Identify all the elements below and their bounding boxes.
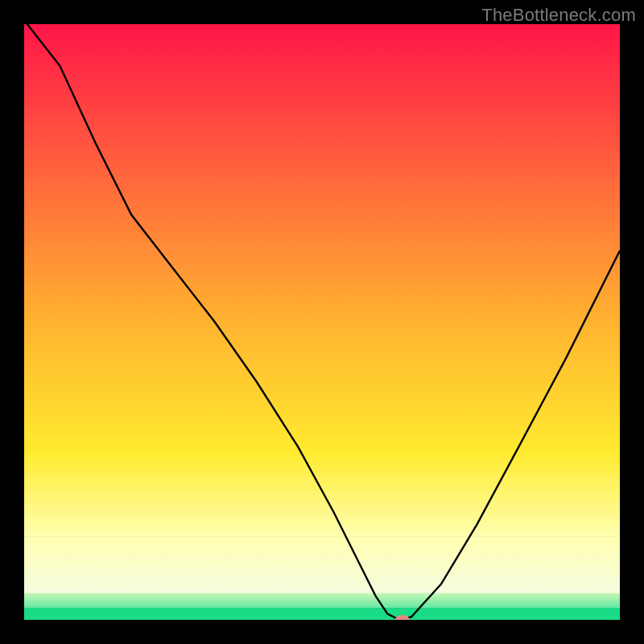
margin-right bbox=[620, 0, 644, 644]
gradient-band bbox=[24, 536, 620, 593]
bottleneck-chart: TheBottleneck.com bbox=[0, 0, 644, 644]
margin-bottom bbox=[0, 620, 644, 644]
chart-svg bbox=[0, 0, 644, 644]
gradient-band bbox=[24, 322, 620, 453]
gradient-band bbox=[24, 24, 620, 323]
gradient-band bbox=[24, 453, 620, 537]
gradient-band bbox=[24, 593, 620, 609]
gradient-band bbox=[24, 608, 620, 620]
margin-left bbox=[0, 0, 24, 644]
watermark-text: TheBottleneck.com bbox=[481, 5, 636, 26]
